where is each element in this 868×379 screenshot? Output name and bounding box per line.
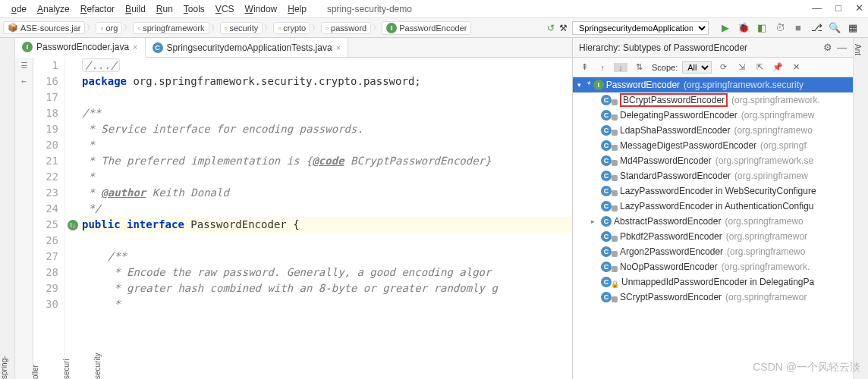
subtype-icon[interactable]: ↓: [614, 63, 627, 72]
tree-node-Pbkdf2PasswordEncoder[interactable]: C Pbkdf2PasswordEncoder (org.springframe…: [573, 229, 853, 244]
profile-icon[interactable]: ⏱: [774, 22, 786, 34]
tree-node-StandardPasswordEncoder[interactable]: C StandardPasswordEncoder (org.springfra…: [573, 168, 853, 183]
close-tab-icon[interactable]: ×: [336, 43, 341, 52]
expand-icon[interactable]: ⇱: [753, 62, 766, 72]
class-hierarchy-icon[interactable]: ⇞: [577, 62, 591, 72]
menu-build[interactable]: Build: [120, 2, 151, 16]
tree-node-Md4PasswordEncoder[interactable]: C Md4PasswordEncoder (org.springframewor…: [573, 153, 853, 168]
tree-node-MessageDigestPasswordEncoder[interactable]: C MessageDigestPasswordEncoder (org.spri…: [573, 138, 853, 153]
hide-icon[interactable]: —: [837, 42, 847, 53]
sort-icon[interactable]: ⇅: [632, 62, 646, 72]
class-icon: C: [601, 171, 612, 181]
class-icon: C: [601, 186, 612, 196]
tab-SpringsecuritydemoApplicationTests.java[interactable]: CSpringsecuritydemoApplicationTests.java…: [146, 38, 349, 57]
tree-node-BCryptPasswordEncoder[interactable]: C BCryptPasswordEncoder (org.springframe…: [573, 92, 853, 108]
close-tab-icon[interactable]: ×: [133, 42, 137, 52]
pin-icon[interactable]: 📌: [771, 62, 785, 72]
tree-node-DelegatingPasswordEncoder[interactable]: C DelegatingPasswordEncoder (org.springf…: [573, 108, 853, 123]
gear-icon[interactable]: ⚙: [823, 42, 832, 53]
menu-tools[interactable]: Tools: [178, 2, 210, 16]
tree-node-PasswordEncoder[interactable]: ▾*I PasswordEncoder (org.springframework…: [573, 77, 853, 92]
settings-icon[interactable]: ▦: [847, 22, 859, 34]
run-icon[interactable]: ▶: [719, 22, 731, 34]
class-icon: C: [601, 95, 612, 105]
coverage-icon[interactable]: ◧: [756, 22, 768, 34]
left-tab-1[interactable]: spring-: [0, 42, 8, 379]
tree-node-LazyPasswordEncoder in AuthenticationConfigu[interactable]: C LazyPasswordEncoder in AuthenticationC…: [573, 199, 853, 214]
class-icon: C: [601, 246, 612, 257]
nav-bar: 📦ASE-sources.jar〉▫org〉▫springframework〉▫…: [0, 18, 868, 38]
hierarchy-panel: Hierarchy: Subtypes of PasswordEncoder ⚙…: [572, 38, 853, 379]
menu-help[interactable]: Help: [282, 2, 312, 16]
final-badge-icon: [612, 251, 618, 257]
breadcrumb-springframework[interactable]: ▫springframework: [133, 22, 209, 34]
class-icon: C: [601, 277, 612, 287]
tree-node-AbstractPasswordEncoder[interactable]: ▸C AbstractPasswordEncoder (org.springfr…: [573, 214, 853, 229]
left-tab-security[interactable]: security: [93, 111, 102, 379]
menu-ode[interactable]: ode: [6, 2, 32, 16]
class-icon: C: [601, 110, 612, 121]
final-badge-icon: [612, 145, 618, 151]
final-badge-icon: [612, 160, 618, 166]
structure-icon[interactable]: ☰: [20, 61, 28, 70]
scope-select[interactable]: All: [682, 61, 712, 74]
class-icon: C: [601, 155, 612, 166]
code-editor[interactable]: /.../package org.springframework.securit…: [80, 58, 572, 379]
breadcrumb-PasswordEncoder[interactable]: IPasswordEncoder: [382, 21, 471, 35]
breadcrumb: 📦ASE-sources.jar〉▫org〉▫springframework〉▫…: [3, 21, 471, 35]
final-badge-icon: [612, 130, 618, 136]
run-config-select[interactable]: SpringsecuritydemoApplication: [572, 21, 709, 35]
final-badge-icon: [612, 266, 618, 272]
maximize-button[interactable]: □: [835, 2, 841, 14]
tree-node-SCryptPasswordEncoder[interactable]: C SCryptPasswordEncoder (org.springframe…: [573, 290, 853, 305]
debug-icon[interactable]: 🐞: [737, 22, 750, 34]
tree-node-Argon2PasswordEncoder[interactable]: C Argon2PasswordEncoder (org.springframe…: [573, 244, 853, 259]
final-badge-icon: [612, 236, 618, 242]
hierarchy-tree[interactable]: ▾*I PasswordEncoder (org.springframework…: [573, 77, 853, 379]
window-controls: — □ ✕: [812, 2, 863, 14]
menu-refactor[interactable]: Refactor: [75, 2, 120, 16]
git-icon[interactable]: ⎇: [810, 22, 822, 34]
autoscroll-icon[interactable]: ⇲: [734, 62, 748, 72]
tree-node-UnmappedIdPasswordEncoder in DelegatingPa[interactable]: C🔒 UnmappedIdPasswordEncoder in Delegati…: [573, 274, 853, 290]
class-icon: C: [601, 125, 612, 136]
breadcrumb-org[interactable]: ▫org: [96, 22, 122, 34]
breadcrumb-security[interactable]: ▫security: [220, 22, 263, 34]
left-tab-3[interactable]: securi: [62, 42, 71, 379]
hierarchy-title: Hierarchy: Subtypes of PasswordEncoder: [579, 42, 819, 53]
lock-icon: 🔒: [611, 280, 619, 288]
final-badge-icon: [612, 114, 618, 121]
menu-vcs[interactable]: VCS: [210, 2, 240, 16]
close-button[interactable]: ✕: [855, 2, 863, 14]
tree-node-NoOpPasswordEncoder[interactable]: C NoOpPasswordEncoder (org.springframewo…: [573, 259, 853, 274]
right-tool-stripe: Ant Database Maven Hierarchy: [853, 38, 868, 379]
stop-icon[interactable]: ■: [792, 22, 804, 34]
interface-icon: I: [593, 80, 604, 90]
class-icon: C: [601, 140, 612, 151]
close-panel-icon[interactable]: ✕: [789, 62, 803, 72]
tree-node-LdapShaPasswordEncoder[interactable]: C LdapShaPasswordEncoder (org.springfram…: [573, 123, 853, 138]
menu-window[interactable]: Window: [240, 2, 283, 16]
class-icon: C: [601, 262, 612, 272]
menu-run[interactable]: Run: [151, 2, 178, 16]
tree-node-LazyPasswordEncoder in WebSecurityConfigure[interactable]: C LazyPasswordEncoder in WebSecurityConf…: [573, 183, 853, 199]
right-tab-ant[interactable]: Ant: [854, 44, 862, 379]
refresh-icon[interactable]: ⟳: [716, 62, 730, 72]
search-icon[interactable]: 🔍: [829, 22, 841, 34]
breadcrumb-password[interactable]: ▫password: [321, 22, 371, 34]
breadcrumb-crypto[interactable]: ▫crypto: [273, 22, 310, 34]
breadcrumb-ASE-sources.jar[interactable]: 📦ASE-sources.jar: [3, 21, 85, 34]
minimize-button[interactable]: —: [812, 2, 822, 14]
back-icon[interactable]: ←: [21, 77, 27, 86]
final-badge-icon: [612, 190, 618, 196]
hammer-icon[interactable]: ⚒: [559, 23, 568, 33]
class-icon: C: [601, 216, 612, 227]
editor-tabs: IPasswordEncoder.java×CSpringsecuritydem…: [15, 38, 572, 58]
class-icon: C: [601, 292, 612, 302]
hierarchy-toolbar: ⇞ ↑ ↓ ⇅ Scope: All ⟳ ⇲ ⇱ 📌 ✕: [573, 58, 853, 77]
final-badge-icon: [612, 205, 618, 211]
supertype-icon[interactable]: ↑: [596, 63, 609, 72]
build-icon[interactable]: ↺: [547, 23, 555, 33]
left-tab-2[interactable]: oller: [31, 42, 39, 379]
menu-analyze[interactable]: Analyze: [32, 2, 75, 16]
